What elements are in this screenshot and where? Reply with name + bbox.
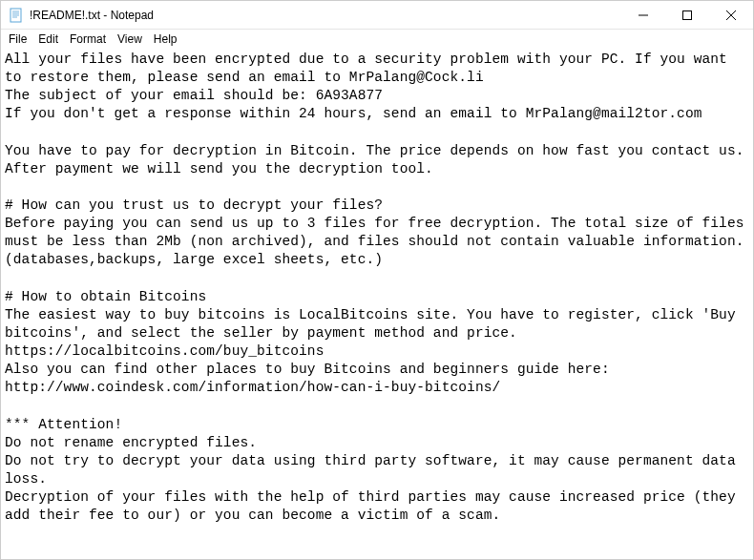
notepad-icon [9,8,24,23]
menu-help[interactable]: Help [148,31,183,47]
menu-edit[interactable]: Edit [32,31,64,47]
minimize-button[interactable] [621,1,665,30]
close-icon [726,10,736,20]
maximize-icon [682,10,692,20]
text-area[interactable]: All your files have been encrypted due t… [1,49,753,527]
menubar: File Edit Format View Help [1,30,753,49]
menu-view[interactable]: View [112,31,148,47]
menu-format[interactable]: Format [64,31,112,47]
svg-rect-6 [683,11,692,20]
minimize-icon [639,10,648,20]
titlebar: !README!.txt - Notepad [1,1,753,30]
window-title: !README!.txt - Notepad [30,9,621,22]
menu-file[interactable]: File [3,31,32,47]
close-button[interactable] [709,1,753,30]
window-controls [621,1,753,29]
maximize-button[interactable] [665,1,709,30]
